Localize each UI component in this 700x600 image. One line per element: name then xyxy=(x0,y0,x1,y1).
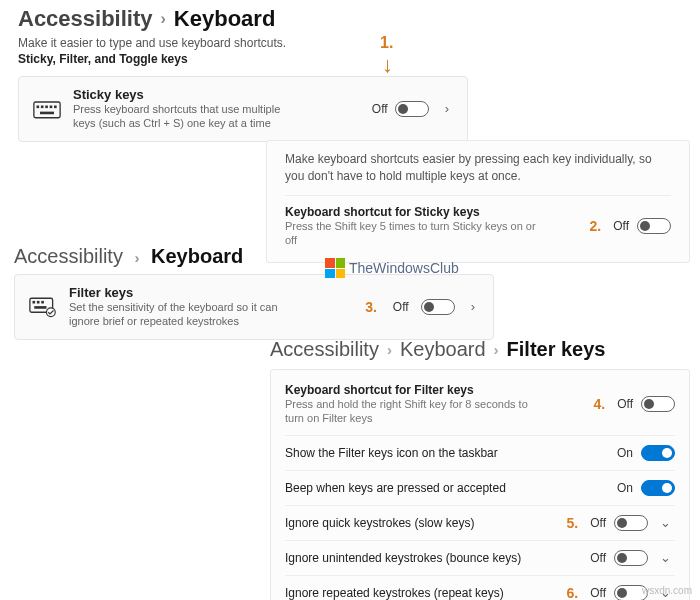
toggle-state: Off xyxy=(590,516,606,530)
chevron-right-icon: › xyxy=(494,341,499,358)
filter-keys-title: Filter keys xyxy=(69,285,353,300)
toggle-state: Off xyxy=(617,397,633,411)
setting-toggle[interactable] xyxy=(614,550,648,566)
sticky-shortcut-title: Keyboard shortcut for Sticky keys xyxy=(285,205,582,219)
svg-rect-6 xyxy=(40,111,54,114)
filter-keys-card[interactable]: Filter keys Set the sensitivity of the k… xyxy=(14,274,494,340)
keyboard-icon xyxy=(33,98,61,120)
toggle-state: Off xyxy=(590,551,606,565)
chevron-right-icon[interactable]: › xyxy=(441,101,453,116)
sticky-keys-state: Off xyxy=(372,102,388,116)
windows-logo-icon xyxy=(325,258,345,278)
filter-setting-row: Keyboard shortcut for Filter keysPress a… xyxy=(285,374,675,435)
chevron-right-icon: › xyxy=(161,10,166,28)
chevron-right-icon[interactable]: › xyxy=(467,299,479,314)
crumb-filter-keys: Filter keys xyxy=(507,338,606,361)
toggle-state: On xyxy=(617,446,633,460)
svg-rect-2 xyxy=(41,105,44,108)
svg-rect-4 xyxy=(50,105,53,108)
page-subtitle: Make it easier to type and use keyboard … xyxy=(18,36,468,50)
setting-toggle[interactable] xyxy=(641,396,675,412)
toggle-state: Off xyxy=(590,586,606,600)
filter-setting-row: Ignore unintended keystrokes (bounce key… xyxy=(285,540,675,575)
keyboard-filter-icon xyxy=(29,296,57,318)
breadcrumb: Accessibility › Keyboard › Filter keys xyxy=(270,338,690,361)
row-title: Keyboard shortcut for Filter keys xyxy=(285,383,586,397)
svg-rect-1 xyxy=(37,105,40,108)
row-title: Ignore quick keystrokes (slow keys) xyxy=(285,516,559,530)
crumb-keyboard[interactable]: Keyboard xyxy=(400,338,486,361)
svg-rect-3 xyxy=(45,105,48,108)
filter-setting-row: Show the Filter keys icon on the taskbar… xyxy=(285,435,675,470)
setting-toggle[interactable] xyxy=(641,445,675,461)
row-title: Beep when keys are pressed or accepted xyxy=(285,481,609,495)
row-title: Ignore unintended keystrokes (bounce key… xyxy=(285,551,582,565)
filter-setting-row: Ignore quick keystrokes (slow keys)5.Off… xyxy=(285,505,675,540)
crumb-keyboard: Keyboard xyxy=(151,245,243,267)
filter-setting-row: Beep when keys are pressed or acceptedOn xyxy=(285,470,675,505)
filter-keys-desc: Set the sensitivity of the keyboard so i… xyxy=(69,300,299,329)
sticky-keys-panel-desc: Make keyboard shortcuts easier by pressi… xyxy=(285,151,671,185)
filter-setting-row: Ignore repeated keystrokes (repeat keys)… xyxy=(285,575,675,600)
svg-rect-0 xyxy=(34,102,60,118)
sticky-shortcut-desc: Press the Shift key 5 times to turn Stic… xyxy=(285,219,545,248)
sticky-shortcut-toggle[interactable] xyxy=(637,218,671,234)
annotation-2: 2. xyxy=(590,218,602,234)
setting-toggle[interactable] xyxy=(614,515,648,531)
watermark: TheWindowsClub xyxy=(325,258,459,278)
chevron-right-icon: › xyxy=(387,341,392,358)
chevron-right-icon: › xyxy=(134,249,139,266)
sticky-keys-card[interactable]: Sticky keys Press keyboard shortcuts tha… xyxy=(18,76,468,142)
annotation: 5. xyxy=(567,515,579,531)
svg-rect-9 xyxy=(37,301,40,304)
footer-watermark: wsxdn.com xyxy=(642,585,692,596)
section-heading: Sticky, Filter, and Toggle keys xyxy=(18,52,468,66)
crumb-accessibility[interactable]: Accessibility xyxy=(18,6,153,32)
filter-keys-state: Off xyxy=(393,300,409,314)
annotation: 6. xyxy=(567,585,579,600)
sticky-shortcut-state: Off xyxy=(613,219,629,233)
setting-toggle[interactable] xyxy=(641,480,675,496)
sticky-keys-toggle[interactable] xyxy=(395,101,429,117)
crumb-accessibility[interactable]: Accessibility xyxy=(270,338,379,361)
row-desc: Press and hold the right Shift key for 8… xyxy=(285,397,545,426)
arrow-down-icon: ↓ xyxy=(382,52,393,78)
chevron-down-icon[interactable]: ⌄ xyxy=(656,550,675,565)
svg-point-12 xyxy=(47,308,56,317)
annotation-1: 1. xyxy=(380,34,393,52)
svg-rect-5 xyxy=(54,105,57,108)
crumb-accessibility[interactable]: Accessibility xyxy=(14,245,123,267)
sticky-keys-title: Sticky keys xyxy=(73,87,360,102)
svg-rect-8 xyxy=(33,301,36,304)
annotation-3: 3. xyxy=(365,299,377,315)
svg-rect-11 xyxy=(34,306,46,309)
annotation: 4. xyxy=(594,396,606,412)
filter-keys-toggle[interactable] xyxy=(421,299,455,315)
row-title: Show the Filter keys icon on the taskbar xyxy=(285,446,609,460)
chevron-down-icon[interactable]: ⌄ xyxy=(656,515,675,530)
toggle-state: On xyxy=(617,481,633,495)
svg-rect-10 xyxy=(41,301,44,304)
sticky-keys-desc: Press keyboard shortcuts that use multip… xyxy=(73,102,303,131)
row-title: Ignore repeated keystrokes (repeat keys) xyxy=(285,586,559,600)
crumb-keyboard: Keyboard xyxy=(174,6,275,32)
breadcrumb: Accessibility › Keyboard xyxy=(18,6,468,32)
